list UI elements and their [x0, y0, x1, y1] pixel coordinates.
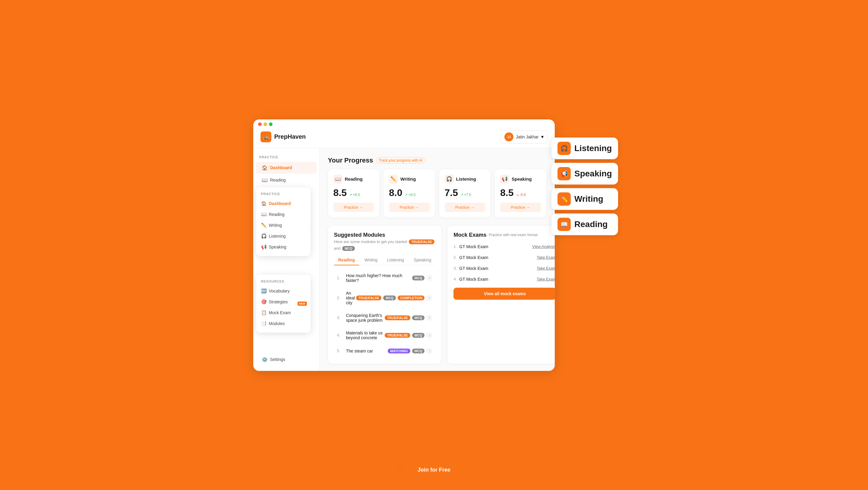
pc-listening-score: 7.5 ↗ +7.5 — [445, 187, 486, 198]
chevron-right-icon-2: › — [426, 295, 432, 301]
menu-item-listening[interactable]: 🎧 Listening — [256, 231, 311, 242]
exam-num-1: 1. — [454, 244, 457, 249]
module-item-1[interactable]: 1. How much higher? How much faster? MCQ… — [334, 270, 436, 286]
user-avatar: JJ — [504, 132, 514, 142]
floating-card-reading: 📖 Reading — [552, 213, 618, 235]
module-tag-comp-2: COMPLETION — [398, 296, 425, 300]
menu-mock-exam-label: Mock Exam — [269, 310, 291, 315]
resources-dropdown-menu: RESOURCES 🔤 Vocabulary 🎯 Strategies 📋 Mo… — [256, 275, 311, 333]
module-item-4[interactable]: 4. Materials to take us beyond concrete … — [334, 327, 436, 344]
sidebar-item-settings[interactable]: ⚙️ Settings — [256, 354, 317, 365]
menu-listening-label: Listening — [269, 234, 286, 239]
menu-item-vocabulary[interactable]: 🔤 Vocabulary — [256, 285, 311, 297]
module-item-2[interactable]: 2. An ideal city TRUE/FALSE MCQ COMPLETI… — [334, 287, 436, 309]
module-item-3[interactable]: 3. Conquering Earth's space junk problem… — [334, 309, 436, 326]
menu-vocabulary-label: Vocabulary — [269, 288, 290, 294]
module-tag-mcq-4: MCQ — [412, 333, 425, 338]
exam-list: 1. GT Mock Exam View Analysis 2. GT Mock… — [454, 243, 554, 283]
module-name-3: Conquering Earth's space junk problem — [346, 313, 385, 323]
true-false-tag: TRUE/FALSE — [409, 239, 434, 244]
menu-item-reading[interactable]: 📖 Reading — [256, 209, 311, 220]
user-menu[interactable]: JJ Jatin Jakhar ▾ — [500, 130, 547, 144]
module-name-1: How much higher? How much faster? — [346, 273, 412, 283]
practice-speaking-button[interactable]: Practice → — [500, 203, 541, 212]
practice-menu-label: PRACTICE — [256, 191, 311, 198]
practice-listening-button[interactable]: Practice → — [445, 203, 486, 212]
new-badge: NEW — [298, 302, 307, 306]
pc-header-speaking: 📢 Speaking — [500, 175, 541, 184]
pc-header-reading: 📖 Reading — [334, 175, 374, 184]
pc-speaking-icon: 📢 — [500, 175, 509, 184]
logo-icon: 🦡 — [260, 131, 271, 142]
practice-writing-button[interactable]: Practice → — [389, 203, 430, 212]
modules-panel-title: Suggested Modules — [334, 232, 436, 238]
menu-item-mock-exam[interactable]: 📋 Mock Exam NEW — [256, 307, 311, 318]
module-name-4: Materials to take us beyond concrete — [346, 331, 385, 340]
view-analysis-button[interactable]: View Analysis — [532, 244, 554, 249]
chevron-right-icon-4: › — [426, 332, 432, 338]
pc-reading-score: 8.5 ↗ +8.5 — [334, 187, 374, 198]
take-exam-button-2[interactable]: Take Exam — [537, 255, 554, 259]
module-num-3: 3. — [337, 315, 343, 320]
menu-dashboard-label: Dashboard — [269, 201, 291, 206]
menu-dashboard-icon: 🏠 — [261, 201, 266, 206]
mcq-tag: MCQ — [342, 246, 355, 251]
take-exam-button-4[interactable]: Take Exam — [537, 277, 554, 281]
reading-icon: 📖 — [262, 177, 267, 183]
progress-section-title: Your Progress Track your progress with A… — [328, 156, 546, 164]
exam-item-1: 1. GT Mock Exam View Analysis — [454, 243, 554, 250]
menu-item-speaking[interactable]: 📢 Speaking — [256, 242, 311, 252]
chevron-right-icon-3: › — [426, 315, 432, 321]
pc-speaking-change: ↘ -0.5 — [516, 193, 526, 197]
pc-speaking-title: Speaking — [512, 176, 532, 182]
module-name-5: The steam car — [346, 348, 373, 354]
module-tag-tf-2: TRUE/FALSE — [356, 296, 381, 300]
progress-card-speaking: 📢 Speaking 8.5 ↘ -0.5 Practice → — [495, 169, 546, 217]
menu-speaking-label: Speaking — [269, 245, 286, 249]
module-tag-tf-3: TRUE/FALSE — [385, 315, 410, 320]
join-for-free-button[interactable]: Join for Free — [403, 462, 465, 478]
menu-item-modules[interactable]: 📑 Modules — [256, 318, 311, 329]
tab-writing[interactable]: Writing — [360, 255, 382, 265]
minimize-window-btn[interactable] — [264, 122, 267, 126]
menu-item-writing[interactable]: ✏️ Writing — [256, 220, 311, 231]
exams-subtitle: Practice with real exam format — [489, 233, 537, 237]
reading-icon-float: 📖 — [557, 218, 571, 231]
writing-float-label: Writing — [575, 194, 603, 204]
dashboard-icon: 🏠 — [262, 165, 267, 171]
close-window-btn[interactable] — [258, 122, 262, 126]
pc-writing-title: Writing — [400, 176, 416, 182]
join-btn-container: Join for Free — [403, 462, 465, 478]
exams-title: Mock Exams — [454, 232, 486, 238]
modules-icon: 📑 — [261, 321, 266, 326]
speaking-icon-float: 📢 — [557, 167, 571, 180]
tab-listening[interactable]: Listening — [383, 255, 408, 265]
module-tag-tf-4: TRUE/FALSE — [385, 333, 410, 338]
menu-writing-icon: ✏️ — [261, 222, 266, 228]
practice-reading-button[interactable]: Practice → — [334, 203, 374, 212]
practice-dropdown-menu: PRACTICE 🏠 Dashboard 📖 Reading ✏️ Writin… — [256, 187, 311, 256]
progress-cards: 📖 Reading 8.5 ↗ +8.5 Practice → — [328, 169, 546, 217]
window-controls — [253, 119, 555, 126]
exam-name-2: GT Mock Exam — [459, 255, 488, 260]
pc-speaking-score: 8.5 ↘ -0.5 — [500, 187, 541, 198]
sidebar-reading-label: Reading — [270, 178, 286, 182]
view-all-mock-exams-button[interactable]: View all mock exams — [454, 288, 554, 300]
tab-speaking[interactable]: Speaking — [409, 255, 435, 265]
tab-reading[interactable]: Reading — [334, 255, 359, 265]
module-list: 1. How much higher? How much faster? MCQ… — [334, 270, 436, 358]
up-arrow-icon: ↗ — [460, 193, 463, 197]
down-arrow-icon: ↘ — [516, 193, 519, 197]
menu-reading-icon: 📖 — [261, 212, 266, 217]
sidebar-item-dashboard[interactable]: 🏠 Dashboard — [256, 162, 317, 174]
menu-item-dashboard[interactable]: 🏠 Dashboard — [256, 198, 311, 209]
module-name-2: An ideal city — [346, 291, 356, 305]
floating-card-writing: ✏️ Writing — [552, 188, 618, 210]
menu-listening-icon: 🎧 — [261, 234, 266, 239]
module-item-5[interactable]: 5. The steam car MATCHING MCQ › — [334, 344, 436, 358]
take-exam-button-3[interactable]: Take Exam — [537, 266, 554, 271]
sidebar-item-reading[interactable]: 📖 Reading — [256, 174, 317, 186]
module-tag-matching-5: MATCHING — [388, 348, 410, 354]
listening-float-label: Listening — [575, 144, 612, 153]
maximize-window-btn[interactable] — [269, 122, 273, 126]
